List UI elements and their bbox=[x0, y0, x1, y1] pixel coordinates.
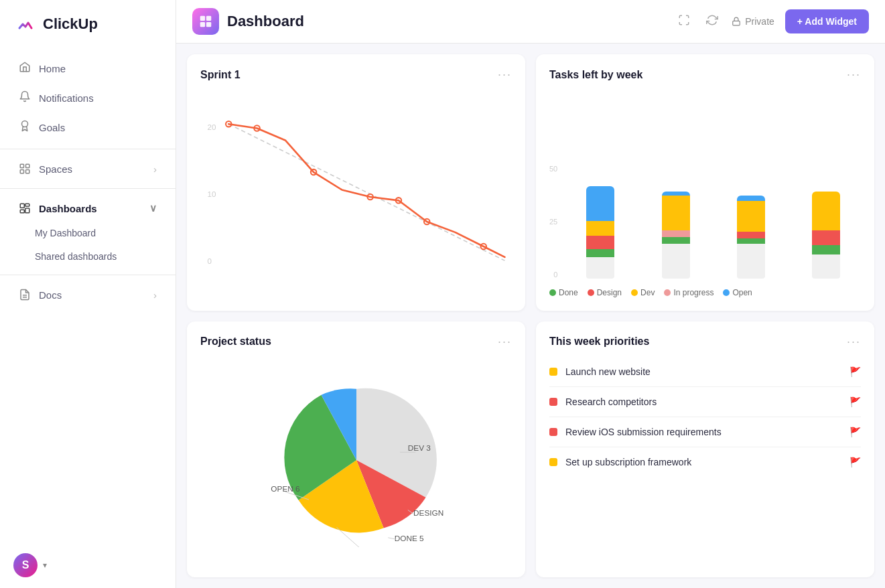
sidebar-item-notifications-label: Notifications bbox=[39, 92, 94, 104]
sidebar: ClickUp Home Notifications Goals Spaces bbox=[0, 0, 176, 588]
svg-rect-6 bbox=[20, 204, 24, 208]
priorities-list: Launch new website 🚩 Research competitor… bbox=[549, 357, 861, 477]
legend-dot-inprogress bbox=[664, 289, 671, 296]
priority-item-2: Research competitors 🚩 bbox=[549, 387, 861, 417]
avatar: S bbox=[13, 553, 38, 577]
bar-chart-inner: 50 25 0 bbox=[549, 90, 861, 281]
priority-text-1: Launch new website bbox=[565, 366, 841, 377]
sprint-widget-header: Sprint 1 ··· bbox=[200, 68, 512, 82]
legend-label-dev: Dev bbox=[640, 288, 655, 297]
expand-button[interactable] bbox=[675, 11, 693, 32]
bar-empty-1 bbox=[586, 257, 614, 279]
add-widget-button[interactable]: + Add Widget bbox=[785, 9, 869, 33]
bar-stack-4 bbox=[812, 192, 840, 254]
priority-item-4: Set up subscription framework 🚩 bbox=[549, 447, 861, 477]
pie-chart-area: DEV 3 DONE 5 IN PROGRESS 5 OPEN 6 DESIGN… bbox=[200, 357, 512, 565]
divider-1 bbox=[0, 149, 176, 149]
sprint-widget-title: Sprint 1 bbox=[200, 69, 241, 81]
sidebar-item-spaces[interactable]: Spaces › bbox=[5, 156, 170, 181]
svg-rect-4 bbox=[20, 170, 23, 173]
dashboards-icon bbox=[19, 202, 31, 214]
legend-done: Done bbox=[549, 288, 578, 297]
bar-stack-3 bbox=[737, 196, 765, 244]
refresh-button[interactable] bbox=[703, 11, 721, 32]
pie-label-done: DONE 5 bbox=[394, 534, 423, 543]
dashboard-header-icon bbox=[192, 8, 219, 35]
sidebar-nav: Home Notifications Goals Spaces › bbox=[0, 48, 176, 313]
tasks-widget-menu[interactable]: ··· bbox=[847, 68, 861, 82]
bar-group-4 bbox=[791, 165, 861, 279]
legend-label-inprogress: In progress bbox=[673, 288, 713, 297]
lock-icon bbox=[732, 17, 741, 26]
svg-text:0: 0 bbox=[208, 256, 212, 265]
priority-flag-2: 🚩 bbox=[849, 396, 861, 407]
divider-2 bbox=[0, 188, 176, 189]
y-axis-labels: 50 25 0 bbox=[549, 165, 557, 279]
project-status-widget: Project status ··· bbox=[187, 321, 525, 578]
priority-item-3: Review iOS submission requirements 🚩 bbox=[549, 417, 861, 447]
priority-flag-3: 🚩 bbox=[849, 427, 861, 437]
sidebar-item-shared-dashboards[interactable]: Shared dashboards bbox=[5, 245, 170, 268]
expand-icon bbox=[678, 14, 690, 26]
svg-rect-13 bbox=[206, 16, 211, 21]
bar-done-3 bbox=[737, 238, 765, 244]
bar-open-1 bbox=[586, 186, 614, 221]
spaces-icon bbox=[19, 163, 31, 175]
project-status-title: Project status bbox=[200, 336, 271, 348]
y-label-0: 0 bbox=[549, 271, 557, 279]
bar-empty-4 bbox=[812, 254, 840, 279]
page-title: Dashboard bbox=[227, 13, 667, 30]
shared-dashboards-label: Shared dashboards bbox=[35, 251, 117, 262]
legend-design: Design bbox=[588, 288, 622, 297]
priorities-widget-title: This week priorities bbox=[549, 336, 649, 348]
bar-inprog-2 bbox=[662, 230, 690, 237]
grid-icon bbox=[198, 14, 213, 29]
sidebar-item-notifications[interactable]: Notifications bbox=[5, 84, 170, 113]
user-profile[interactable]: S ▾ bbox=[0, 542, 176, 588]
svg-rect-3 bbox=[26, 164, 29, 167]
priority-dot-3 bbox=[549, 428, 557, 436]
main-content: Dashboard Private + Add Widget Sprint 1 … bbox=[176, 0, 885, 588]
tasks-widget-header: Tasks left by week ··· bbox=[549, 68, 861, 82]
bar-empty-3 bbox=[737, 244, 765, 279]
avatar-initial: S bbox=[22, 559, 29, 571]
project-status-menu[interactable]: ··· bbox=[498, 335, 512, 349]
divider-3 bbox=[0, 275, 176, 275]
sidebar-item-dashboards[interactable]: Dashboards ∨ bbox=[5, 196, 170, 221]
sidebar-item-goals-label: Goals bbox=[39, 122, 65, 133]
spaces-label: Spaces bbox=[39, 163, 72, 175]
docs-label: Docs bbox=[39, 289, 62, 301]
sidebar-item-my-dashboard[interactable]: My Dashboard bbox=[5, 222, 170, 244]
bar-dev-1 bbox=[586, 221, 614, 236]
logo[interactable]: ClickUp bbox=[0, 0, 176, 48]
bar-open-3 bbox=[737, 196, 765, 201]
svg-rect-8 bbox=[25, 208, 29, 213]
svg-rect-16 bbox=[733, 21, 740, 25]
pie-label-open: OPEN 6 bbox=[271, 485, 300, 494]
legend-label-done: Done bbox=[559, 288, 578, 297]
my-dashboard-label: My Dashboard bbox=[35, 228, 96, 238]
sprint-widget-menu[interactable]: ··· bbox=[498, 68, 512, 82]
sidebar-item-goals[interactable]: Goals bbox=[5, 113, 170, 142]
sprint-svg: 20 10 0 bbox=[200, 90, 512, 297]
sprint-widget: Sprint 1 ··· 20 10 0 bbox=[187, 54, 525, 311]
bar-design-3 bbox=[737, 232, 765, 238]
priorities-widget-menu[interactable]: ··· bbox=[847, 335, 861, 349]
sidebar-item-docs[interactable]: Docs › bbox=[5, 282, 170, 307]
y-label-25: 25 bbox=[549, 218, 557, 226]
svg-rect-7 bbox=[25, 204, 29, 206]
priorities-widget-header: This week priorities ··· bbox=[549, 335, 861, 349]
docs-icon bbox=[19, 289, 31, 301]
clickup-logo-icon bbox=[13, 12, 38, 36]
priority-dot-4 bbox=[549, 458, 557, 466]
tasks-widget-title: Tasks left by week bbox=[549, 69, 642, 81]
legend-dev: Dev bbox=[631, 288, 655, 297]
priority-dot-2 bbox=[549, 398, 557, 406]
dashboard-grid: Sprint 1 ··· 20 10 0 bbox=[176, 44, 885, 588]
sidebar-item-home[interactable]: Home bbox=[5, 54, 170, 83]
header-actions: Private + Add Widget bbox=[675, 9, 869, 33]
svg-text:10: 10 bbox=[208, 190, 216, 198]
priority-dot-1 bbox=[549, 368, 557, 376]
bar-stack-2 bbox=[662, 192, 690, 244]
dashboards-chevron-icon: ∨ bbox=[149, 202, 157, 214]
